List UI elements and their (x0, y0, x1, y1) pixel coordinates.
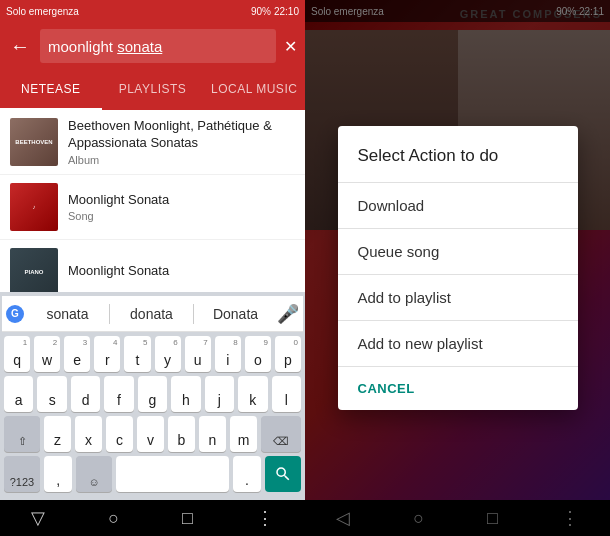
google-logo: G (6, 305, 24, 323)
result-item-2[interactable]: ♪ Moonlight Sonata Song (0, 175, 305, 240)
right-panel: Solo emergenza 90% 22:11 GREAT COMPOSERS… (305, 0, 610, 536)
keyboard-area: G sonata donata Donata 🎤 1q 2w 3e 4r 5t … (0, 292, 305, 500)
delete-key[interactable]: ⌫ (261, 416, 301, 452)
left-nav-bar: ▽ ○ □ ⋮ (0, 500, 305, 536)
tab-playlists[interactable]: PLAYLISTS (102, 70, 204, 110)
shift-key[interactable]: ⇧ (4, 416, 40, 452)
key-j[interactable]: j (205, 376, 234, 412)
suggestion-2[interactable]: donata (114, 302, 189, 326)
number-mode-key[interactable]: ?123 (4, 456, 40, 492)
emergency-text-left: Solo emergenza (6, 6, 79, 17)
key-e[interactable]: 3e (64, 336, 90, 372)
result-info-3: Moonlight Sonata (68, 263, 295, 282)
bottom-key-row: ?123 , ☺ . (2, 456, 303, 492)
action-dialog: Select Action to do Download Queue song … (338, 126, 578, 410)
result-info-1: Beethoven Moonlight, Pathétique & Appass… (68, 118, 295, 166)
key-z[interactable]: z (44, 416, 71, 452)
key-m[interactable]: m (230, 416, 257, 452)
result-thumb-2: ♪ (10, 183, 58, 231)
nav-home-icon[interactable]: ○ (108, 508, 119, 529)
key-b[interactable]: b (168, 416, 195, 452)
search-input-wrapper[interactable]: moonlight sonata (40, 29, 276, 63)
key-a[interactable]: a (4, 376, 33, 412)
key-y[interactable]: 6y (155, 336, 181, 372)
back-button[interactable]: ← (8, 34, 32, 58)
suggestions-row: G sonata donata Donata 🎤 (2, 296, 303, 332)
key-r[interactable]: 4r (94, 336, 120, 372)
key-p[interactable]: 0p (275, 336, 301, 372)
nav-recent-icon[interactable]: □ (182, 508, 193, 529)
dialog-cancel-button[interactable]: CANCEL (338, 367, 578, 410)
results-list: BEETHOVEN Beethoven Moonlight, Pathétiqu… (0, 110, 305, 292)
left-status-right: 90% 22:10 (251, 6, 299, 17)
key-t[interactable]: 5t (124, 336, 150, 372)
key-d[interactable]: d (71, 376, 100, 412)
nav-back-icon[interactable]: ▽ (31, 507, 45, 529)
time-left: 22:10 (274, 6, 299, 17)
key-n[interactable]: n (199, 416, 226, 452)
dialog-item-add-new-playlist[interactable]: Add to new playlist (338, 321, 578, 366)
result-subtitle-1: Album (68, 154, 295, 166)
key-g[interactable]: g (138, 376, 167, 412)
result-thumb-3: PIANO (10, 248, 58, 292)
dialog-overlay: Select Action to do Download Queue song … (305, 0, 610, 536)
search-query: moonlight sonata (48, 38, 268, 55)
dialog-item-add-playlist[interactable]: Add to playlist (338, 275, 578, 320)
key-i[interactable]: 8i (215, 336, 241, 372)
left-panel: Solo emergenza 90% 22:10 ← moonlight son… (0, 0, 305, 536)
clear-search-button[interactable]: ✕ (284, 37, 297, 56)
key-s[interactable]: s (37, 376, 66, 412)
suggestion-divider-1 (109, 304, 110, 324)
suggestion-1[interactable]: sonata (30, 302, 105, 326)
suggestion-divider-2 (193, 304, 194, 324)
result-item-3[interactable]: PIANO Moonlight Sonata (0, 240, 305, 292)
result-thumb-1: BEETHOVEN (10, 118, 58, 166)
alpha-row-3: ⇧ z x c v b n m ⌫ (2, 416, 303, 452)
battery-left: 90% (251, 6, 271, 17)
key-w[interactable]: 2w (34, 336, 60, 372)
key-h[interactable]: h (171, 376, 200, 412)
alpha-row-2: a s d f g h j k l (2, 376, 303, 412)
search-bar: ← moonlight sonata ✕ (0, 22, 305, 70)
space-key[interactable] (116, 456, 229, 492)
dialog-title: Select Action to do (338, 146, 578, 182)
left-status-bar: Solo emergenza 90% 22:10 (0, 0, 305, 22)
key-l[interactable]: l (272, 376, 301, 412)
search-keyboard-button[interactable] (265, 456, 301, 492)
comma-key[interactable]: , (44, 456, 72, 492)
result-item-1[interactable]: BEETHOVEN Beethoven Moonlight, Pathétiqu… (0, 110, 305, 175)
left-status-left: Solo emergenza (6, 6, 79, 17)
key-x[interactable]: x (75, 416, 102, 452)
dialog-item-queue[interactable]: Queue song (338, 229, 578, 274)
suggestion-3[interactable]: Donata (198, 302, 273, 326)
key-o[interactable]: 9o (245, 336, 271, 372)
tab-local[interactable]: LOCAL MUSIC (203, 70, 305, 110)
period-key[interactable]: . (233, 456, 261, 492)
key-k[interactable]: k (238, 376, 267, 412)
key-q[interactable]: 1q (4, 336, 30, 372)
result-title-3: Moonlight Sonata (68, 263, 295, 280)
number-key-row: 1q 2w 3e 4r 5t 6y 7u 8i 9o 0p (2, 336, 303, 372)
tabs-row: NETEASE PLAYLISTS LOCAL MUSIC (0, 70, 305, 110)
result-subtitle-2: Song (68, 210, 295, 222)
result-title-2: Moonlight Sonata (68, 192, 295, 209)
key-u[interactable]: 7u (185, 336, 211, 372)
nav-menu-icon[interactable]: ⋮ (256, 507, 274, 529)
dialog-item-download[interactable]: Download (338, 183, 578, 228)
key-f[interactable]: f (104, 376, 133, 412)
mic-button[interactable]: 🎤 (277, 303, 299, 325)
key-v[interactable]: v (137, 416, 164, 452)
search-underline: sonata (117, 38, 162, 55)
result-info-2: Moonlight Sonata Song (68, 192, 295, 223)
result-title-1: Beethoven Moonlight, Pathétique & Appass… (68, 118, 295, 152)
key-c[interactable]: c (106, 416, 133, 452)
emoji-key[interactable]: ☺ (76, 456, 112, 492)
tab-netease[interactable]: NETEASE (0, 70, 102, 110)
